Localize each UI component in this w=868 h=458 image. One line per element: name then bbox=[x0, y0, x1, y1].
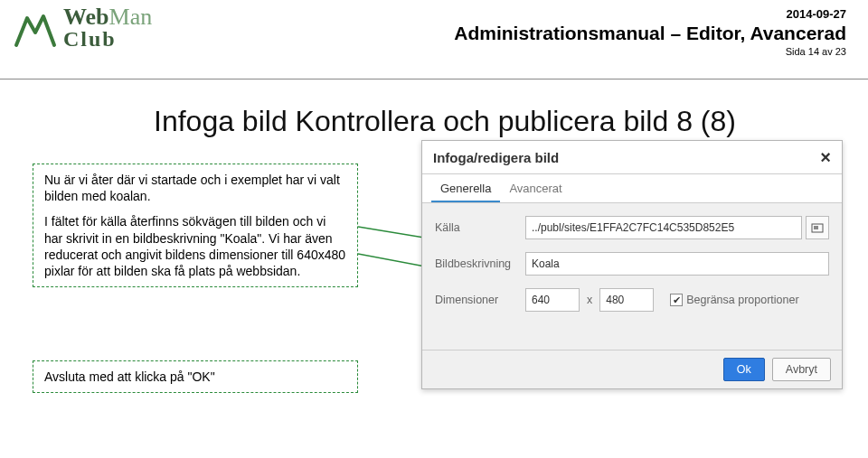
callout-paragraph: Nu är vi åter där vi startade och i exem… bbox=[44, 172, 346, 204]
source-label: Källa bbox=[435, 221, 525, 234]
cancel-button[interactable]: Avbryt bbox=[772, 358, 831, 381]
dialog-titlebar: Infoga/redigera bild × bbox=[422, 141, 842, 174]
page-title: Infoga bild Kontrollera och publicera bi… bbox=[154, 105, 868, 138]
constrain-label: Begränsa proportioner bbox=[686, 294, 798, 306]
browse-icon[interactable] bbox=[806, 216, 829, 239]
callout-paragraph: I fältet för källa återfinns sökvägen ti… bbox=[44, 213, 346, 279]
desc-input[interactable]: Koala bbox=[525, 252, 829, 276]
logo-icon bbox=[13, 5, 58, 51]
tab-advanced[interactable]: Avancerat bbox=[500, 174, 571, 202]
height-input[interactable]: 480 bbox=[599, 288, 654, 312]
dim-separator: x bbox=[587, 294, 592, 306]
header-right: 2014-09-27 Administrationsmanual – Edito… bbox=[454, 7, 846, 57]
ok-button[interactable]: Ok bbox=[723, 358, 765, 381]
doc-date: 2014-09-27 bbox=[454, 7, 846, 21]
dialog-title: Infoga/redigera bild bbox=[433, 150, 559, 165]
source-input[interactable]: ../publ/sites/E1FFA2C7FC14C535D852E5 bbox=[525, 216, 802, 239]
callout-box-2: Avsluta med att klicka på "OK" bbox=[33, 360, 358, 393]
page-number: Sida 14 av 23 bbox=[454, 46, 846, 57]
dialog-footer: Ok Avbryt bbox=[422, 350, 842, 388]
callout-text: Avsluta med att klicka på "OK" bbox=[44, 369, 215, 384]
checkbox-icon: ✔ bbox=[670, 294, 683, 306]
logo-word-2: Man bbox=[109, 4, 153, 30]
page-header: WebMan Club 2014-09-27 Administrationsma… bbox=[0, 0, 868, 79]
dim-label: Dimensioner bbox=[435, 294, 525, 306]
svg-rect-3 bbox=[814, 226, 818, 229]
width-input[interactable]: 640 bbox=[525, 288, 580, 312]
logo: WebMan Club bbox=[13, 5, 152, 51]
close-icon[interactable]: × bbox=[820, 148, 831, 166]
doc-title: Administrationsmanual – Editor, Avancera… bbox=[454, 23, 846, 44]
dialog-body: Källa ../publ/sites/E1FFA2C7FC14C535D852… bbox=[422, 203, 842, 333]
logo-word-1: Web bbox=[63, 4, 109, 30]
desc-label: Bildbeskrivning bbox=[435, 257, 525, 270]
dialog-tabs: Generella Avancerat bbox=[422, 174, 842, 203]
logo-word-3: Club bbox=[63, 29, 152, 50]
logo-text: WebMan Club bbox=[63, 6, 152, 49]
tab-general[interactable]: Generella bbox=[431, 174, 500, 202]
constrain-checkbox[interactable]: ✔ Begränsa proportioner bbox=[670, 294, 798, 306]
callout-box-1: Nu är vi åter där vi startade och i exem… bbox=[33, 164, 358, 287]
image-dialog: Infoga/redigera bild × Generella Avancer… bbox=[421, 140, 843, 389]
